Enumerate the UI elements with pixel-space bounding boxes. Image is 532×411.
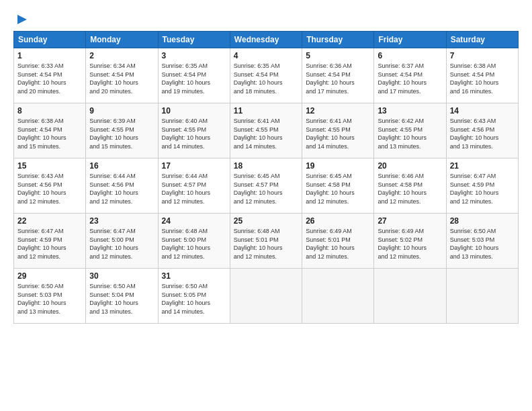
- calendar-day-cell: 4Sunrise: 6:35 AMSunset: 4:54 PMDaylight…: [230, 48, 302, 103]
- day-info: Sunrise: 6:34 AMSunset: 4:54 PMDaylight:…: [89, 62, 154, 95]
- day-number: 25: [234, 216, 298, 226]
- day-info: Sunrise: 6:38 AMSunset: 4:54 PMDaylight:…: [450, 62, 515, 95]
- calendar-day-cell: 22Sunrise: 6:47 AMSunset: 4:59 PMDayligh…: [14, 214, 86, 269]
- day-number: 2: [89, 51, 154, 60]
- day-info: Sunrise: 6:50 AMSunset: 5:03 PMDaylight:…: [450, 227, 515, 261]
- day-number: 30: [89, 271, 154, 281]
- day-number: 9: [89, 106, 154, 116]
- calendar-week-row: 22Sunrise: 6:47 AMSunset: 4:59 PMDayligh…: [14, 214, 519, 269]
- day-info: Sunrise: 6:47 AMSunset: 4:59 PMDaylight:…: [17, 227, 82, 261]
- calendar-week-row: 15Sunrise: 6:43 AMSunset: 4:56 PMDayligh…: [14, 158, 519, 214]
- day-info: Sunrise: 6:46 AMSunset: 4:58 PMDaylight:…: [378, 172, 442, 205]
- calendar-header-tuesday: Tuesday: [158, 32, 230, 48]
- day-number: 20: [378, 161, 442, 171]
- calendar-day-cell: 27Sunrise: 6:49 AMSunset: 5:02 PMDayligh…: [374, 214, 446, 269]
- day-number: 22: [17, 216, 82, 226]
- calendar-day-cell: 19Sunrise: 6:45 AMSunset: 4:58 PMDayligh…: [302, 158, 374, 214]
- logo-arrow-icon: [15, 12, 30, 27]
- calendar-day-cell: 21Sunrise: 6:47 AMSunset: 4:59 PMDayligh…: [446, 158, 518, 214]
- calendar-day-cell: 28Sunrise: 6:50 AMSunset: 5:03 PMDayligh…: [446, 214, 518, 269]
- calendar-week-row: 29Sunrise: 6:50 AMSunset: 5:03 PMDayligh…: [14, 269, 519, 324]
- day-number: 31: [162, 271, 226, 281]
- calendar-day-cell: 30Sunrise: 6:50 AMSunset: 5:04 PMDayligh…: [86, 269, 158, 324]
- calendar-day-cell: 17Sunrise: 6:44 AMSunset: 4:57 PMDayligh…: [158, 158, 230, 214]
- calendar-day-cell: 3Sunrise: 6:35 AMSunset: 4:54 PMDaylight…: [158, 48, 230, 103]
- calendar-header-saturday: Saturday: [446, 32, 518, 48]
- calendar-day-cell: 5Sunrise: 6:36 AMSunset: 4:54 PMDaylight…: [302, 48, 374, 103]
- calendar-header-wednesday: Wednesday: [230, 32, 302, 48]
- day-number: 18: [234, 161, 298, 171]
- day-info: Sunrise: 6:40 AMSunset: 4:55 PMDaylight:…: [162, 117, 226, 150]
- day-number: 10: [162, 106, 226, 116]
- calendar-header-friday: Friday: [374, 32, 446, 48]
- day-info: Sunrise: 6:35 AMSunset: 4:54 PMDaylight:…: [234, 62, 298, 95]
- calendar-week-row: 1Sunrise: 6:33 AMSunset: 4:54 PMDaylight…: [14, 48, 519, 103]
- calendar-day-cell: 12Sunrise: 6:41 AMSunset: 4:55 PMDayligh…: [302, 103, 374, 158]
- calendar-week-row: 8Sunrise: 6:38 AMSunset: 4:54 PMDaylight…: [14, 103, 519, 158]
- day-info: Sunrise: 6:33 AMSunset: 4:54 PMDaylight:…: [17, 62, 82, 95]
- day-number: 5: [306, 51, 370, 60]
- day-info: Sunrise: 6:36 AMSunset: 4:54 PMDaylight:…: [306, 62, 370, 95]
- calendar-day-cell: 6Sunrise: 6:37 AMSunset: 4:54 PMDaylight…: [374, 48, 446, 103]
- day-number: 4: [234, 51, 298, 60]
- day-number: 21: [450, 161, 515, 171]
- day-info: Sunrise: 6:42 AMSunset: 4:55 PMDaylight:…: [378, 117, 442, 150]
- day-info: Sunrise: 6:39 AMSunset: 4:55 PMDaylight:…: [89, 117, 154, 150]
- day-info: Sunrise: 6:45 AMSunset: 4:57 PMDaylight:…: [234, 172, 298, 205]
- calendar-day-cell: 2Sunrise: 6:34 AMSunset: 4:54 PMDaylight…: [86, 48, 158, 103]
- day-info: Sunrise: 6:41 AMSunset: 4:55 PMDaylight:…: [234, 117, 298, 150]
- day-info: Sunrise: 6:48 AMSunset: 5:01 PMDaylight:…: [234, 227, 298, 261]
- calendar-day-cell: 10Sunrise: 6:40 AMSunset: 4:55 PMDayligh…: [158, 103, 230, 158]
- day-number: 17: [162, 161, 226, 171]
- day-info: Sunrise: 6:50 AMSunset: 5:04 PMDaylight:…: [89, 282, 154, 316]
- calendar-day-cell: 7Sunrise: 6:38 AMSunset: 4:54 PMDaylight…: [446, 48, 518, 103]
- day-info: Sunrise: 6:48 AMSunset: 5:00 PMDaylight:…: [162, 227, 226, 261]
- day-number: 1: [17, 51, 82, 60]
- day-number: 7: [450, 51, 515, 60]
- day-info: Sunrise: 6:49 AMSunset: 5:02 PMDaylight:…: [378, 227, 442, 261]
- calendar-day-cell: 13Sunrise: 6:42 AMSunset: 4:55 PMDayligh…: [374, 103, 446, 158]
- day-info: Sunrise: 6:47 AMSunset: 4:59 PMDaylight:…: [450, 172, 515, 205]
- day-info: Sunrise: 6:47 AMSunset: 5:00 PMDaylight:…: [89, 227, 154, 261]
- svg-marker-0: [17, 15, 27, 24]
- day-number: 13: [378, 106, 442, 116]
- calendar-day-cell: 23Sunrise: 6:47 AMSunset: 5:00 PMDayligh…: [86, 214, 158, 269]
- day-number: 26: [306, 216, 370, 226]
- calendar-day-cell: 16Sunrise: 6:44 AMSunset: 4:56 PMDayligh…: [86, 158, 158, 214]
- day-number: 16: [89, 161, 154, 171]
- day-number: 28: [450, 216, 515, 226]
- logo: [13, 12, 30, 27]
- day-info: Sunrise: 6:45 AMSunset: 4:58 PMDaylight:…: [306, 172, 370, 205]
- calendar-header-sunday: Sunday: [14, 32, 86, 48]
- day-number: 15: [17, 161, 82, 171]
- day-number: 27: [378, 216, 442, 226]
- day-number: 23: [89, 216, 154, 226]
- day-info: Sunrise: 6:50 AMSunset: 5:05 PMDaylight:…: [162, 282, 226, 316]
- day-info: Sunrise: 6:50 AMSunset: 5:03 PMDaylight:…: [17, 282, 82, 316]
- calendar-day-cell: 31Sunrise: 6:50 AMSunset: 5:05 PMDayligh…: [158, 269, 230, 324]
- calendar-day-cell: 25Sunrise: 6:48 AMSunset: 5:01 PMDayligh…: [230, 214, 302, 269]
- day-number: 11: [234, 106, 298, 116]
- calendar-day-cell: [302, 269, 374, 324]
- calendar-day-cell: 14Sunrise: 6:43 AMSunset: 4:56 PMDayligh…: [446, 103, 518, 158]
- calendar-header-monday: Monday: [86, 32, 158, 48]
- day-info: Sunrise: 6:37 AMSunset: 4:54 PMDaylight:…: [378, 62, 442, 95]
- calendar-day-cell: 24Sunrise: 6:48 AMSunset: 5:00 PMDayligh…: [158, 214, 230, 269]
- day-info: Sunrise: 6:49 AMSunset: 5:01 PMDaylight:…: [306, 227, 370, 261]
- calendar-day-cell: 29Sunrise: 6:50 AMSunset: 5:03 PMDayligh…: [14, 269, 86, 324]
- day-info: Sunrise: 6:43 AMSunset: 4:56 PMDaylight:…: [17, 172, 82, 205]
- day-info: Sunrise: 6:38 AMSunset: 4:54 PMDaylight:…: [17, 117, 82, 150]
- calendar-day-cell: 1Sunrise: 6:33 AMSunset: 4:54 PMDaylight…: [14, 48, 86, 103]
- day-number: 14: [450, 106, 515, 116]
- calendar-header-thursday: Thursday: [302, 32, 374, 48]
- calendar-day-cell: [446, 269, 518, 324]
- calendar-day-cell: 26Sunrise: 6:49 AMSunset: 5:01 PMDayligh…: [302, 214, 374, 269]
- calendar-day-cell: 20Sunrise: 6:46 AMSunset: 4:58 PMDayligh…: [374, 158, 446, 214]
- day-info: Sunrise: 6:44 AMSunset: 4:57 PMDaylight:…: [162, 172, 226, 205]
- day-number: 3: [162, 51, 226, 60]
- calendar-day-cell: 18Sunrise: 6:45 AMSunset: 4:57 PMDayligh…: [230, 158, 302, 214]
- calendar-page: SundayMondayTuesdayWednesdayThursdayFrid…: [0, 0, 532, 411]
- day-number: 12: [306, 106, 370, 116]
- day-info: Sunrise: 6:43 AMSunset: 4:56 PMDaylight:…: [450, 117, 515, 150]
- calendar-day-cell: [374, 269, 446, 324]
